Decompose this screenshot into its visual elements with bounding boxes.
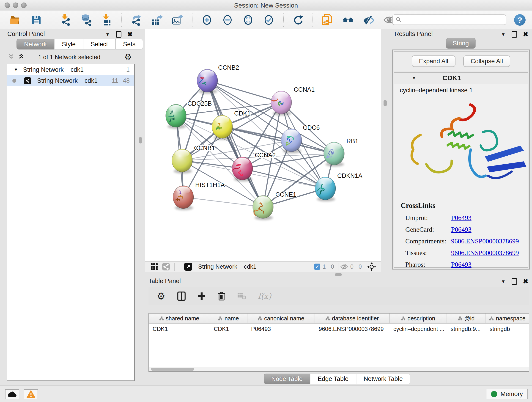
home-icon[interactable] [342,13,354,27]
zoom-selected-icon[interactable] [263,13,275,27]
cytoscape-window: Session: New Session [0,0,532,402]
results-panel-menu-icon[interactable]: ▼ [501,32,506,37]
control-panel-float-icon[interactable] [116,31,121,38]
control-panel-tabs: NetworkStyleSelectSets [17,39,143,50]
crosslink-compartments-link[interactable]: 9606.ENSP00000378699 [451,237,519,245]
tab-sets[interactable]: Sets [115,39,143,50]
column-header-name[interactable]: name [210,313,247,323]
column-header-@id[interactable]: @id [447,313,486,323]
network-node-CCNB2[interactable]: CCNB2 [197,64,239,94]
delete-column-icon[interactable] [218,292,225,301]
import-table-icon[interactable] [101,13,113,27]
network-node-CCNA1[interactable]: CCNA1 [271,86,315,115]
selected-nodes-checkbox[interactable]: ✓ [314,264,320,270]
crosslink-uniprot-link[interactable]: P06493 [451,214,472,222]
network-node-HIST1H1A[interactable]: HIST1H1A [173,182,225,210]
collapse-all-button[interactable]: Collapse All [463,56,510,67]
show-columns-icon[interactable] [177,292,186,301]
tab-edge-table[interactable]: Edge Table [310,374,356,384]
expand-collapse-bar: Expand All Collapse All [394,51,528,71]
open-in-new-window-icon[interactable] [184,263,192,271]
zoom-out-icon[interactable] [221,13,234,27]
tab-network-table[interactable]: Network Table [356,374,410,384]
memory-button[interactable]: Memory [486,389,528,399]
column-header-database-identifier[interactable]: database identifier [315,313,390,323]
network-selected-label: 1 of 1 Network selected [2,54,136,61]
network-view: CCNB2CCNA1CDC25BCDK1CDC6RB1CCNB1CCNA2CDK… [145,29,381,272]
table-panel-menu-icon[interactable]: ▼ [501,279,506,284]
search-field[interactable] [392,14,506,25]
horizontal-splitter-handle[interactable] [335,273,342,276]
column-header-namespace[interactable]: namespace [486,313,529,323]
crosslink-row: Compartments:9606.ENSP00000378699 [405,235,525,247]
export-table-icon[interactable] [151,13,163,27]
add-column-icon[interactable] [197,292,206,300]
network-view-toolbar: String Network – cdk1 ✓ 1 - 0 0 - 0 [145,261,381,272]
navbar-separator [338,263,338,271]
collection-caret-icon[interactable]: ▼ [14,67,18,72]
crosslink-pharos-link[interactable]: P06493 [451,261,472,268]
open-file-icon[interactable] [10,13,22,27]
table-panel-close-icon[interactable]: ✖ [523,278,528,285]
network-node-RB1[interactable]: RB1 [324,138,359,167]
tab-network[interactable]: Network [17,39,54,50]
network-node-CDKN1A[interactable]: CDKN1A [315,172,362,201]
network-row[interactable]: String Network – cdk1 11 48 [7,75,134,86]
node-label-RB1: RB1 [346,138,359,145]
node-table[interactable]: shared namenamecanonical namedatabase id… [148,313,529,372]
right-splitter-handle[interactable] [384,100,387,106]
clone-network-icon[interactable] [321,13,334,27]
import-network-icon[interactable] [60,13,72,27]
network-node-count: 11 [112,77,118,84]
zoom-in-icon[interactable] [201,13,213,27]
control-panel-close-icon[interactable]: ✖ [127,31,133,38]
import-network-from-database-icon[interactable] [80,13,93,27]
results-panel-float-icon[interactable] [512,31,517,38]
scrollbar-thumb[interactable] [151,368,194,370]
protein-section-header[interactable]: ▼ CDK1 [394,73,528,84]
grid-view-icon[interactable] [151,263,158,270]
crosslink-row: Tissues:9606.ENSP00000378699 [405,247,525,259]
network-share-icon[interactable] [162,263,170,270]
network-canvas[interactable]: CCNB2CCNA1CDC25BCDK1CDC6RB1CCNB1CCNA2CDK… [145,29,381,261]
network-view-title: String Network – cdk1 [198,263,313,270]
column-header-shared-name[interactable]: shared name [149,313,210,323]
table-row[interactable]: CDK1CDK1P064939606.ENSP00000378699cyclin… [149,324,529,334]
search-input[interactable] [404,16,506,24]
warnings-button[interactable] [24,389,38,399]
selected-counter: 1 - 0 [323,263,334,270]
fit-content-icon[interactable] [242,13,254,27]
table-panel-float-icon[interactable] [512,278,517,285]
crosslink-genecard-link[interactable]: P06493 [451,226,472,233]
results-panel-close-icon[interactable]: ✖ [523,31,528,38]
column-header-canonical-name[interactable]: canonical name [247,313,315,323]
export-image-icon[interactable] [171,13,184,27]
birds-eye-view-icon[interactable] [367,262,376,271]
left-splitter-handle[interactable] [139,137,142,143]
expand-all-button[interactable]: Expand All [412,56,456,67]
node-table-header: shared namenamecanonical namedatabase id… [149,313,529,324]
crosslink-tissues-link[interactable]: 9606.ENSP00000378699 [451,249,519,257]
apply-layout-icon[interactable] [292,13,304,27]
column-header-description[interactable]: description [390,313,447,323]
node-label-CDC25B: CDC25B [187,100,212,107]
tab-string[interactable]: String [446,38,476,49]
save-session-icon[interactable] [30,13,43,27]
cloud-button[interactable] [5,389,19,399]
network-node-CCNE1[interactable]: CCNE1 [253,191,297,220]
protein-caret-icon[interactable]: ▼ [412,75,416,81]
crosslink-row: Pharos:P06493 [405,259,525,270]
table-gear-icon[interactable]: ⚙ [157,291,165,302]
network-options-gear-icon[interactable]: ⚙ [124,52,132,62]
export-network-icon[interactable] [130,13,143,27]
hide-graphics-details-icon[interactable] [362,13,375,27]
warning-icon [27,390,35,398]
memory-label: Memory [500,390,523,398]
tab-node-table[interactable]: Node Table [264,374,310,384]
tab-style[interactable]: Style [54,39,83,50]
help-icon[interactable]: ? [514,14,526,26]
tab-select[interactable]: Select [83,39,115,50]
control-panel-menu-icon[interactable]: ▼ [105,32,110,37]
hidden-eye-slash-icon[interactable] [340,264,348,270]
network-collection-row[interactable]: ▼ String Network – cdk1 1 [7,64,134,75]
